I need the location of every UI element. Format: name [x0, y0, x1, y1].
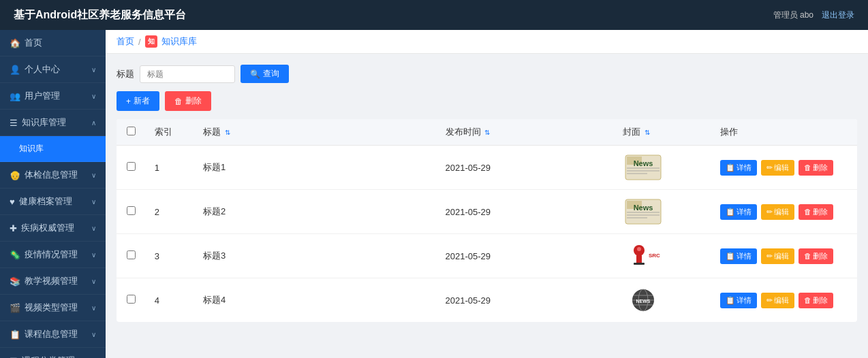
row-checkbox[interactable] — [127, 206, 136, 215]
sidebar-item-teaching-manage[interactable]: 📚 教学视频管理 ∨ — [0, 268, 106, 295]
row-index: 1 — [146, 146, 195, 190]
add-button[interactable]: + 新者 — [117, 91, 159, 111]
app-title: 基于Android社区养老服务信息平台 — [14, 8, 186, 22]
col-date[interactable]: 发布时间 ⇅ — [437, 119, 615, 146]
elderly-icon: 👴 — [10, 170, 20, 180]
table-row: 1 标题1 2021-05-29 News 📋 详情 ✏ 编辑 — [117, 146, 857, 190]
detail-icon: 📋 — [726, 296, 735, 305]
edit-label: 编辑 — [774, 295, 789, 306]
col-action-label: 操作 — [720, 127, 738, 137]
breadcrumb-separator: / — [138, 37, 141, 47]
svg-rect-10 — [627, 214, 660, 216]
delete-button[interactable]: 🗑 删除 — [799, 293, 833, 308]
action-bar: + 新者 🗑 删除 — [117, 91, 857, 111]
health-icon: ♥ — [10, 197, 15, 207]
sidebar-item-personal[interactable]: 👤 个人中心 ∨ — [0, 56, 106, 83]
delete-button[interactable]: 🗑 删除 — [799, 160, 833, 176]
detail-icon: 📋 — [726, 208, 735, 216]
edit-button[interactable]: ✏ 编辑 — [761, 204, 794, 220]
course-icon: 📋 — [10, 329, 20, 340]
chevron-down-icon: ∨ — [91, 198, 96, 206]
breadcrumb-current: 知识库库 — [161, 35, 197, 48]
sidebar-item-user-manage[interactable]: 👥 用户管理 ∨ — [0, 83, 106, 110]
sidebar-label-course-category: 课程分类管理 — [22, 355, 75, 358]
sort-icon-date: ⇅ — [484, 129, 490, 136]
sidebar-label-video-type: 视频类型管理 — [25, 302, 78, 314]
personal-icon: 👤 — [10, 65, 20, 75]
chevron-down-icon: ∨ — [91, 304, 96, 312]
sidebar-label-user-manage: 用户管理 — [25, 90, 60, 102]
sidebar-item-elderly-info[interactable]: 👴 体检信息管理 ∨ — [0, 162, 106, 189]
batch-delete-button[interactable]: 🗑 删除 — [165, 91, 211, 111]
row-checkbox[interactable] — [127, 162, 136, 171]
table-header-row: 索引 标题 ⇅ 发布时间 ⇅ 封面 — [117, 119, 857, 146]
delete-button[interactable]: 🗑 删除 — [799, 248, 833, 264]
row-delete-icon: 🗑 — [804, 208, 811, 216]
detail-button[interactable]: 📋 详情 — [720, 204, 757, 220]
svg-text:News: News — [634, 204, 653, 212]
logout-link[interactable]: 退出登录 — [822, 10, 854, 21]
add-icon: + — [126, 97, 131, 106]
edit-icon: ✏ — [766, 208, 773, 216]
svg-rect-5 — [627, 173, 647, 174]
chevron-down-icon: ∨ — [91, 331, 96, 338]
detail-button[interactable]: 📋 详情 — [720, 293, 757, 308]
row-delete-icon: 🗑 — [804, 296, 811, 304]
table-row: 4 标题4 2021-05-29 NEWS 📋 详情 ✏ 编辑 — [117, 278, 857, 323]
detail-label: 详情 — [737, 295, 751, 306]
svg-text:NEWS: NEWS — [636, 299, 651, 304]
detail-button[interactable]: 📋 详情 — [720, 160, 757, 176]
col-date-label: 发布时间 — [446, 127, 481, 137]
col-index-label: 索引 — [155, 127, 172, 137]
row-checkbox-cell — [117, 278, 146, 323]
edit-icon: ✏ — [766, 252, 773, 261]
breadcrumb-home[interactable]: 首页 — [117, 35, 134, 48]
row-date: 2021-05-29 — [437, 278, 615, 323]
home-icon: 🏠 — [10, 38, 20, 48]
sidebar-item-health-archive[interactable]: ♥ 健康档案管理 ∨ — [0, 189, 106, 215]
row-actions: 📋 详情 ✏ 编辑 🗑 删除 — [712, 146, 857, 190]
row-checkbox[interactable] — [127, 295, 136, 304]
search-button-label: 查询 — [263, 68, 279, 80]
row-delete-icon: 🗑 — [804, 163, 811, 172]
sidebar-item-disease-manage[interactable]: ✚ 疾病权威管理 ∨ — [0, 215, 106, 242]
knowledge-base-label: 知识库 — [19, 143, 44, 154]
edit-icon: ✏ — [766, 296, 773, 305]
sidebar-item-course-info[interactable]: 📋 课程信息管理 ∨ — [0, 321, 106, 348]
search-bar: 标题 🔍 查询 — [117, 65, 857, 83]
col-check — [117, 119, 146, 146]
search-button[interactable]: 🔍 查询 — [241, 65, 289, 83]
svg-text:SRC: SRC — [649, 253, 660, 259]
col-title[interactable]: 标题 ⇅ — [195, 119, 437, 146]
sidebar-item-course-category[interactable]: ☰ 课程分类管理 ∨ — [0, 348, 106, 358]
sidebar-item-knowledge-manage[interactable]: ☰ 知识库管理 ∧ — [0, 110, 106, 136]
row-title: 标题3 — [195, 234, 437, 278]
row-checkbox[interactable] — [127, 250, 136, 259]
table-row: 3 标题3 2021-05-29 SRC 📋 详情 ✏ 编辑 — [117, 234, 857, 278]
sidebar-item-home[interactable]: 🏠 首页 — [0, 30, 106, 56]
cover-thumbnail: SRC — [623, 241, 664, 271]
row-actions: 📋 详情 ✏ 编辑 🗑 删除 — [712, 234, 857, 278]
delete-button[interactable]: 🗑 删除 — [799, 204, 833, 220]
col-cover[interactable]: 封面 ⇅ — [615, 119, 711, 146]
edit-button[interactable]: ✏ 编辑 — [761, 160, 794, 176]
sidebar-item-knowledge-base[interactable]: 知识库 — [0, 136, 106, 162]
sidebar-item-epidemic-manage[interactable]: 🦠 疫情情况管理 ∨ — [0, 242, 106, 268]
breadcrumb-icon: 知 — [145, 35, 157, 48]
row-cover: SRC — [615, 234, 711, 278]
row-date: 2021-05-29 — [437, 234, 615, 278]
detail-label: 详情 — [737, 207, 751, 217]
select-all-checkbox[interactable] — [127, 127, 136, 135]
sidebar-item-video-type[interactable]: 🎬 视频类型管理 ∨ — [0, 295, 106, 321]
video-icon: 🎬 — [10, 303, 20, 313]
edit-label: 编辑 — [774, 251, 789, 261]
row-date: 2021-05-29 — [437, 146, 615, 190]
col-title-label: 标题 — [203, 127, 221, 137]
row-delete-label: 删除 — [813, 295, 828, 306]
detail-button[interactable]: 📋 详情 — [720, 248, 757, 264]
search-input[interactable] — [140, 65, 235, 83]
sidebar-sub-knowledge: 知识库 — [0, 136, 106, 162]
edit-button[interactable]: ✏ 编辑 — [761, 293, 794, 308]
edit-button[interactable]: ✏ 编辑 — [761, 248, 794, 264]
data-table: 索引 标题 ⇅ 发布时间 ⇅ 封面 — [117, 119, 857, 322]
